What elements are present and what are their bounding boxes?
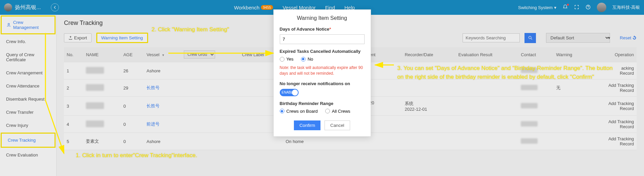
toggle-text: ENABL — [282, 91, 293, 94]
confirm-button[interactable]: Confirm — [294, 120, 320, 130]
radio-no[interactable]: No — [301, 57, 313, 62]
radio-crews-on-board[interactable]: Crews on Board — [280, 109, 318, 114]
toggle-enable[interactable]: ENABL — [280, 89, 299, 96]
days-input[interactable] — [280, 34, 365, 44]
modal-title: Warning Item Setting — [280, 15, 365, 21]
birthday-label: Birthday Reminder Range — [280, 101, 365, 106]
radio-all-crews[interactable]: All Crews — [325, 109, 350, 114]
expired-label: Expired Tasks Cancelled Automatically — [280, 49, 365, 54]
nolonger-label: No longer receive notifications on — [280, 81, 365, 86]
expiry-note: Note: the task will automatically expire… — [280, 65, 365, 76]
toggle-knob — [292, 90, 298, 96]
warning-item-setting-modal: Warning Item Setting Days of Advance Not… — [273, 9, 371, 137]
radio-yes[interactable]: Yes — [280, 57, 294, 62]
days-label: Days of Advance Notice* — [280, 27, 365, 32]
cancel-button[interactable]: Cancel — [325, 120, 350, 130]
